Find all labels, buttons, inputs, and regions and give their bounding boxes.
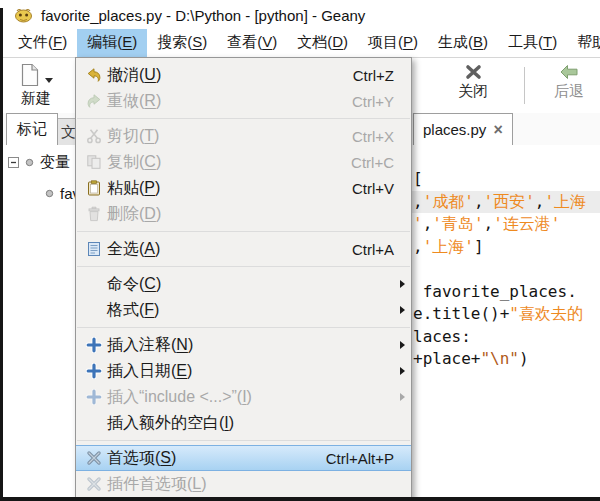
- menubar-item-8[interactable]: 帮助(H): [567, 29, 600, 57]
- menubar-item-7[interactable]: 工具(T): [498, 29, 567, 57]
- tab-close-icon[interactable]: ×: [493, 123, 502, 137]
- code-segment: ): [519, 349, 529, 368]
- menu-item-commands-label: 命令(C): [107, 274, 161, 295]
- menubar-item-3-label-suffix: ): [272, 33, 277, 50]
- close-icon: [465, 64, 482, 80]
- code-segment: laces:: [413, 327, 471, 346]
- menu-item-insert-include[interactable]: 插入“include <...>”(I): [76, 384, 411, 410]
- menu-item-commands-label-mnemonic: C: [144, 275, 156, 292]
- menu-item-select-all-label-mnemonic: A: [144, 240, 155, 257]
- menu-item-insert-comments-label: 插入注释(N): [107, 335, 193, 356]
- menu-item-paste-label-mnemonic: P: [144, 179, 155, 196]
- toolbar-separator: [524, 67, 525, 104]
- menubar-item-6[interactable]: 生成(B): [428, 29, 498, 57]
- menubar-item-0[interactable]: 文件(F): [8, 29, 77, 57]
- editor-tab-favorite-places[interactable]: places.py ×: [413, 113, 513, 145]
- code-segment: [: [413, 169, 423, 188]
- menu-item-select-all[interactable]: 全选(A)Ctrl+A: [76, 236, 411, 262]
- navigate-back-button[interactable]: 后退: [537, 64, 600, 99]
- insert-icon: [81, 337, 107, 353]
- tree-item-variables-label: 变量: [40, 153, 70, 172]
- menu-item-insert-date-label: 插入日期(E): [107, 361, 192, 382]
- menu-item-cut[interactable]: 剪切(T)Ctrl+X: [76, 123, 411, 149]
- menu-item-redo-label: 重做(R): [107, 91, 161, 112]
- menubar-item-1-label-suffix: ): [132, 33, 137, 50]
- code-segment: ,: [535, 192, 545, 211]
- code-line-8: +place+"\n"): [407, 348, 600, 371]
- submenu-arrow-icon: [394, 367, 405, 375]
- menu-item-insert-date[interactable]: 插入日期(E): [76, 358, 411, 384]
- submenu-arrow-triangle: [400, 306, 405, 314]
- code-segment: '连云港': [493, 214, 560, 233]
- menu-item-copy[interactable]: 复制(C)Ctrl+C: [76, 149, 411, 175]
- close-file-button[interactable]: 关闭: [441, 64, 505, 99]
- menubar-item-0-label: 文件(F): [18, 33, 67, 50]
- new-file-button[interactable]: 新建: [7, 63, 65, 106]
- menu-item-redo-shortcut: Ctrl+Y: [338, 93, 394, 110]
- menu-item-copy-label-mnemonic: C: [144, 153, 156, 170]
- code-segment: '西安': [484, 192, 535, 211]
- menu-separator: [77, 118, 410, 119]
- code-editor[interactable]: [,'成都','西安','上海','青岛','连云港','上海'] favori…: [407, 145, 600, 497]
- menu-item-undo-label-pre: 撤消(: [107, 66, 144, 83]
- menubar-item-3[interactable]: 查看(V): [217, 29, 287, 57]
- menu-item-commands-label-pre: 命令(: [107, 275, 144, 292]
- menubar-item-3-label-mnemonic: V: [262, 33, 272, 50]
- window-border-left: [0, 8, 3, 501]
- menu-item-copy-shortcut: Ctrl+C: [337, 154, 394, 171]
- new-file-label: 新建: [21, 90, 51, 106]
- menu-item-select-all-label-suffix: ): [155, 240, 160, 257]
- menubar-item-4-label: 文档(D): [297, 33, 348, 50]
- menu-item-insert-comments[interactable]: 插入注释(N): [76, 332, 411, 358]
- code-line-3: ,'上海']: [407, 236, 600, 259]
- menu-item-insert-comments-label-suffix: ): [188, 336, 193, 353]
- menu-item-paste[interactable]: 粘贴(P)Ctrl+V: [76, 175, 411, 201]
- menu-item-format[interactable]: 格式(F): [76, 297, 411, 323]
- menubar-item-5[interactable]: 项目(P): [358, 29, 428, 57]
- symbol-bullet-icon: [25, 158, 34, 167]
- menu-item-redo-label-pre: 重做(: [107, 92, 144, 109]
- menu-item-redo[interactable]: 重做(R)Ctrl+Y: [76, 88, 411, 114]
- submenu-arrow-icon: [394, 306, 405, 314]
- menubar-item-4[interactable]: 文档(D): [287, 29, 358, 57]
- new-file-dropdown-icon[interactable]: [45, 78, 53, 83]
- menu-item-delete[interactable]: 删除(D): [76, 201, 411, 227]
- menubar-item-2-label-mnemonic: S: [192, 33, 202, 50]
- menubar-item-5-label-pre: 项目(: [368, 33, 403, 50]
- code-segment: '成都': [423, 192, 474, 211]
- menu-item-format-label-suffix: ): [154, 301, 159, 318]
- menu-item-preferences[interactable]: 首选项(S)Ctrl+Alt+P: [76, 445, 411, 471]
- redo-icon: [81, 93, 107, 109]
- navigate-back-label: 后退: [554, 83, 584, 99]
- menubar-item-1-label-pre: 编辑(: [87, 33, 122, 50]
- tree-item-variables[interactable]: 变量: [8, 153, 70, 172]
- menu-item-insert-date-label-suffix: ): [187, 362, 192, 379]
- menu-item-format-label: 格式(F): [107, 300, 159, 321]
- copy-icon: [81, 154, 107, 170]
- menubar-item-5-label-suffix: ): [413, 33, 418, 50]
- menubar-item-2-label: 搜索(S): [157, 33, 207, 50]
- submenu-arrow-triangle: [400, 341, 405, 349]
- menubar-item-2[interactable]: 搜索(S): [147, 29, 217, 57]
- menubar-item-5-label-mnemonic: P: [403, 33, 413, 50]
- tree-expander-icon[interactable]: [8, 157, 19, 168]
- code-segment: ,: [484, 214, 494, 233]
- menubar-item-1[interactable]: 编辑(E): [77, 29, 147, 57]
- window-title: favorite_places.py - D:\Python - [python…: [41, 7, 365, 24]
- menubar-item-5-label: 项目(P): [368, 33, 418, 50]
- menu-item-commands[interactable]: 命令(C): [76, 271, 411, 297]
- menu-item-insert-whitespace[interactable]: 插入额外的空白(I): [76, 410, 411, 436]
- menu-item-select-all-label-pre: 全选(: [107, 240, 144, 257]
- code-segment: +place+: [413, 349, 480, 368]
- menu-item-copy-label-suffix: ): [156, 153, 161, 170]
- menu-separator: [77, 327, 410, 328]
- cut-icon: [81, 128, 107, 144]
- sidebar-tab-symbols[interactable]: 标记: [6, 113, 58, 145]
- menu-item-copy-label: 复制(C): [107, 152, 161, 173]
- menu-item-plugin-preferences-label-pre: 插件首选项(: [107, 475, 192, 492]
- submenu-arrow-triangle: [400, 280, 405, 288]
- menu-item-cut-label-mnemonic: T: [144, 127, 154, 144]
- menu-item-plugin-preferences[interactable]: 插件首选项(L): [76, 471, 411, 497]
- menu-item-undo[interactable]: 撤消(U)Ctrl+Z: [76, 62, 411, 88]
- menu-item-insert-date-label-pre: 插入日期(: [107, 362, 176, 379]
